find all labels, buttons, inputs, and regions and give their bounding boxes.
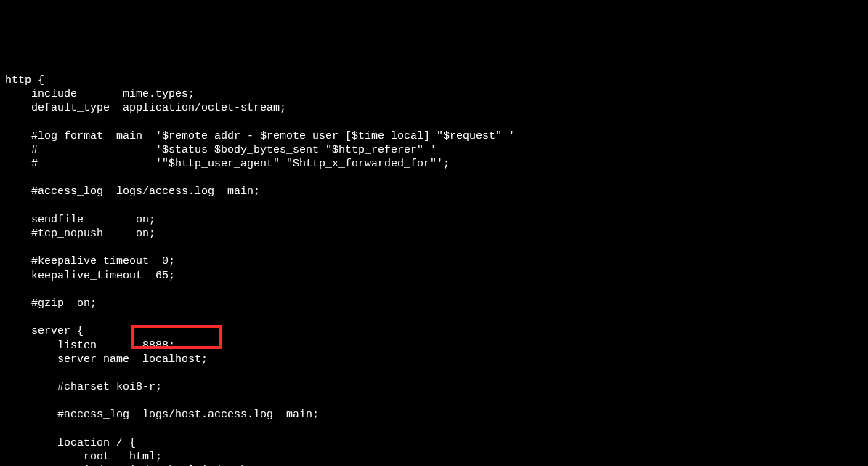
code-line: #gzip on; [5, 297, 863, 310]
code-line: location / { [5, 436, 863, 450]
code-line: root html; [5, 450, 863, 464]
code-line: #access_log logs/access.log main; [5, 185, 863, 198]
code-line: server_name localhost; [5, 353, 863, 366]
code-line: keepalive_timeout 65; [5, 269, 863, 283]
code-line: sendfile on; [5, 213, 863, 227]
code-line: #log_format main '$remote_addr - $remote… [5, 129, 863, 143]
config-code-block: http { include mime.types; default_type … [5, 60, 863, 466]
code-line: include mime.types; [5, 87, 863, 101]
code-line: #charset koi8-r; [5, 380, 863, 394]
code-line [5, 422, 863, 436]
code-line [5, 199, 863, 213]
code-line [5, 283, 863, 297]
code-line: # '"$http_user_agent" "$http_x_forwarded… [5, 157, 863, 171]
code-lines-container: http { include mime.types; default_type … [5, 73, 863, 466]
code-line [5, 116, 863, 129]
code-line: #access_log logs/host.access.log main; [5, 408, 863, 422]
code-line: listen 8888; [5, 339, 863, 353]
code-line: http { [5, 73, 863, 87]
code-line: #keepalive_timeout 0; [5, 254, 863, 268]
code-line [5, 394, 863, 408]
code-line: # '$status $body_bytes_sent "$http_refer… [5, 143, 863, 157]
code-line: #tcp_nopush on; [5, 227, 863, 241]
code-line [5, 171, 863, 185]
code-line [5, 241, 863, 254]
code-line [5, 366, 863, 380]
code-line: server { [5, 324, 863, 338]
code-line: default_type application/octet-stream; [5, 101, 863, 115]
code-line [5, 310, 863, 324]
